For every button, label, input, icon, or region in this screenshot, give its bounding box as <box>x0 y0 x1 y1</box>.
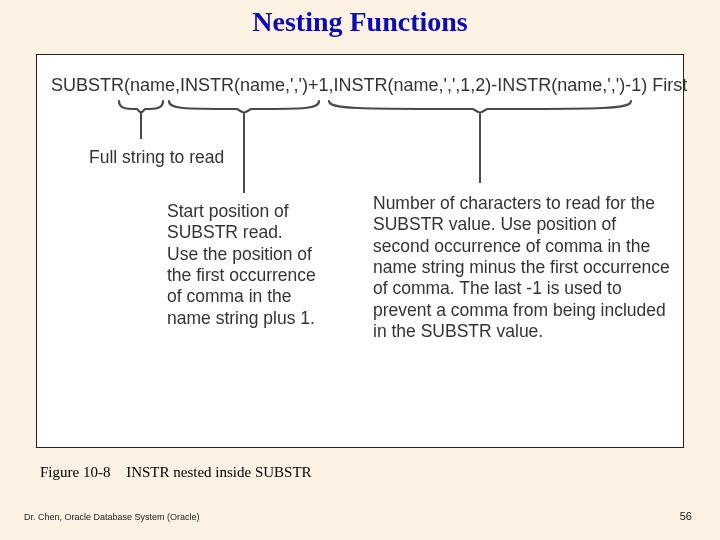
slide-title: Nesting Functions <box>0 6 720 38</box>
footer-credit: Dr. Chen, Oracle Database System (Oracle… <box>24 512 200 522</box>
brace-b <box>167 99 321 113</box>
tick-c <box>479 113 481 183</box>
explain-c: Number of characters to read for the SUB… <box>373 193 679 342</box>
figure-text: INSTR nested inside SUBSTR <box>126 464 311 480</box>
explain-b: Start position of SUBSTR read. Use the p… <box>167 201 337 329</box>
page-number: 56 <box>680 510 692 522</box>
figure-caption: Figure 10-8 INSTR nested inside SUBSTR <box>40 464 312 481</box>
figure-number: Figure 10-8 <box>40 464 110 480</box>
code-line: SUBSTR(name,INSTR(name,',')+1,INSTR(name… <box>51 75 687 96</box>
brace-c <box>327 99 633 113</box>
explain-a: Full string to read <box>89 147 249 168</box>
slide: Nesting Functions SUBSTR(name,INSTR(name… <box>0 0 720 540</box>
tick-a <box>140 113 142 139</box>
diagram-box: SUBSTR(name,INSTR(name,',')+1,INSTR(name… <box>36 54 684 448</box>
brace-a <box>117 99 165 113</box>
